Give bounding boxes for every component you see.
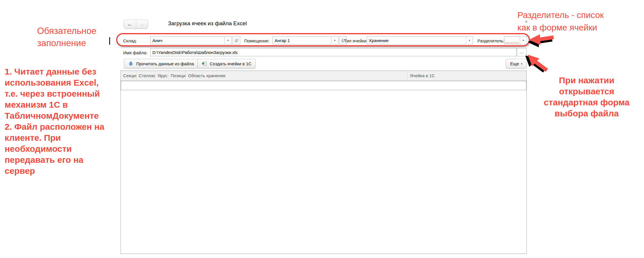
arrow-to-separator-icon	[528, 32, 555, 48]
column-header-rack[interactable]: Стеллаж	[136, 71, 155, 80]
column-header-position[interactable]: Позиция	[168, 71, 186, 80]
back-icon[interactable]: ←	[124, 20, 136, 28]
warehouse-combobox[interactable]: Анич ▾	[150, 36, 232, 44]
room-combobox[interactable]: Ангар 1 ▾	[273, 36, 338, 44]
close-icon: ×	[525, 19, 528, 24]
more-label: Еще	[510, 61, 519, 66]
separator-label: Разделитель:	[477, 38, 504, 43]
read-data-button[interactable]: Прочитать данные из файла	[124, 59, 198, 68]
warehouse-open-button[interactable]	[233, 36, 240, 44]
room-value[interactable]: Ангар 1	[273, 37, 331, 44]
empty-current-row	[121, 81, 526, 90]
chevron-down-icon: ▾	[521, 62, 523, 65]
text-cursor-mark	[109, 37, 110, 45]
note-file-dialog: При нажатии открывается стандартная форм…	[534, 75, 639, 119]
separator-combobox[interactable]: ▾	[504, 36, 527, 44]
chevron-down-icon[interactable]: ▾	[466, 37, 473, 44]
warehouse-value[interactable]: Анич	[151, 37, 225, 44]
cell-type-combobox[interactable]: Хранение ▾	[367, 36, 473, 44]
column-header-tier[interactable]: Ярус	[155, 71, 168, 80]
open-form-icon	[235, 39, 238, 42]
create-cells-label: Создать ячейки в 1С	[210, 61, 251, 66]
page-title: Загрузка ячеек из файла Excel	[168, 20, 247, 27]
nav-button-group: ← →	[124, 20, 148, 29]
chevron-down-icon[interactable]: ▾	[331, 37, 338, 44]
note-separator-list: Разделитель - список как в форме ячейки	[517, 9, 604, 34]
read-data-label: Прочитать данные из файла	[136, 61, 194, 66]
filename-label: Имя файла:	[123, 50, 147, 55]
create-cells-button[interactable]: Создать ячейки в 1С	[198, 59, 256, 68]
chevron-down-icon[interactable]: ▾	[225, 37, 231, 44]
cells-table: Секция Стеллаж Ярус Позиция Область хран…	[121, 71, 527, 254]
page: Обязательное заполнение 1. Читает данные…	[0, 0, 644, 258]
chevron-down-icon[interactable]: ▾	[520, 37, 527, 44]
spreadsheet-green-arrow-icon	[202, 61, 207, 66]
column-header-cell-1c[interactable]: Ячейка в 1С	[408, 71, 526, 80]
blue-down-arrow-icon	[128, 61, 134, 66]
room-label: Помещение:	[244, 38, 269, 43]
warehouse-label: Склад:	[123, 38, 137, 43]
cell-type-value[interactable]: Хранение	[367, 37, 466, 44]
column-header-section[interactable]: Секция	[121, 71, 136, 80]
note-read-mechanism: 1. Читает данные без использования Excel…	[5, 66, 121, 176]
browse-file-button[interactable]: ...	[517, 48, 527, 56]
column-header-storage-area[interactable]: Область хранения	[186, 71, 408, 80]
table-header-row: Секция Стеллаж Ярус Позиция Область хран…	[121, 71, 526, 81]
cell-type-label: Тип ячейки:	[344, 38, 368, 43]
filename-input[interactable]: D:\YandexDisk\Работа\ШаблонЗагрузки.xls	[150, 48, 517, 56]
note-required-fill: Обязательное заполнение	[37, 25, 96, 49]
separator-value[interactable]	[506, 37, 519, 43]
forward-icon[interactable]: →	[136, 20, 148, 28]
